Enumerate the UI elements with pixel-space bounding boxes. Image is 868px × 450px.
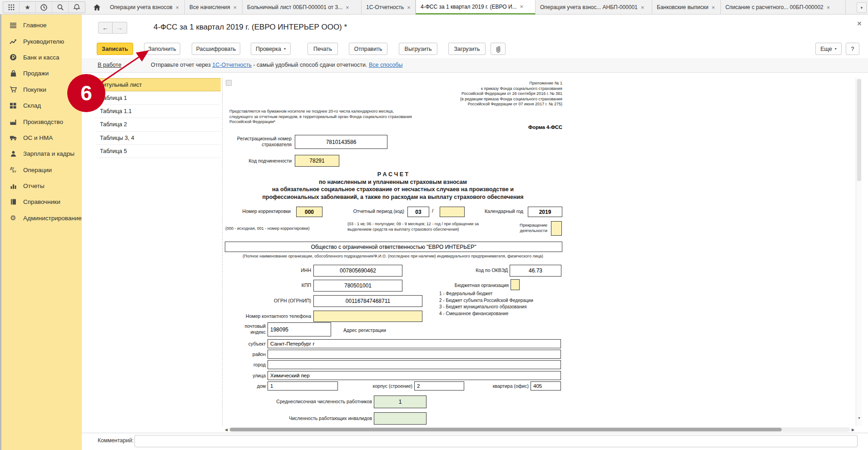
sidebar-item-administration[interactable]: ⚙ Администрирование	[1, 210, 82, 226]
apps-menu-icon[interactable]	[3, 2, 20, 13]
phone-label: Номер контактного телефона	[227, 313, 311, 319]
apartment-field[interactable]: 405	[531, 381, 561, 391]
budget-org-checkbox[interactable]	[511, 279, 520, 290]
section-table-1[interactable]: Таблица 1	[95, 91, 221, 104]
scroll-down-icon[interactable]: ▼	[856, 416, 862, 420]
section-tables-3-4[interactable]: Таблицы 3, 4	[95, 132, 221, 145]
save-button[interactable]: Записать	[97, 43, 133, 55]
history-icon[interactable]	[36, 2, 52, 13]
year-field[interactable]: 2019	[528, 207, 562, 217]
warehouse-icon	[9, 102, 18, 109]
termination-checkbox[interactable]	[551, 221, 562, 236]
budget-options: 1 - Федеральный бюджет 2 - Бюджет субъек…	[439, 291, 533, 317]
tab-all-accruals[interactable]: Все начисления×	[185, 0, 243, 15]
tab-bank-statements[interactable]: Банковские выписки×	[652, 0, 721, 15]
tab-close-icon[interactable]: ×	[520, 4, 524, 10]
fill-button[interactable]: Заполнить	[144, 43, 180, 55]
sidebar-item-purchases[interactable]: Покупки	[1, 82, 82, 98]
forward-arrow-icon[interactable]: →	[113, 22, 127, 34]
tab-close-icon[interactable]: ×	[641, 5, 645, 10]
org-name-field[interactable]: Общество с ограниченной ответственностью…	[225, 242, 562, 252]
building-field[interactable]: 2	[414, 381, 464, 391]
comment-input[interactable]	[134, 435, 858, 447]
attachment-paperclip-icon[interactable]	[491, 43, 506, 55]
export-button[interactable]: Выгрузить	[399, 43, 437, 55]
subject-field[interactable]: Санкт-Петербург г	[268, 339, 561, 348]
kpp-field[interactable]: 780501001	[313, 280, 402, 292]
sidebar-item-main[interactable]: Главное	[1, 17, 82, 33]
section-table-1-1[interactable]: Таблица 1.1	[95, 105, 221, 118]
sidebar-item-fixed-assets[interactable]: ОС и НМА	[1, 130, 82, 146]
scroll-right-icon[interactable]: ▶	[850, 428, 856, 432]
back-arrow-icon[interactable]: ←	[98, 22, 113, 34]
status-link[interactable]: В работе	[98, 62, 121, 68]
period-extra-field[interactable]	[440, 207, 465, 217]
tab-close-icon[interactable]: ×	[827, 5, 830, 10]
decrypt-button[interactable]: Расшифровать	[192, 43, 240, 55]
district-field[interactable]	[268, 350, 561, 359]
send-button[interactable]: Отправить	[349, 43, 387, 55]
apartment-label: квартира (офис)	[481, 383, 529, 389]
sidebar-item-bank-cash[interactable]: Банк и касса	[1, 49, 82, 65]
scroll-left-icon[interactable]: ◀	[223, 428, 229, 432]
legal-header: Приложение № 1 к приказу Фонда социально…	[364, 81, 562, 107]
city-field[interactable]	[268, 360, 561, 369]
sidebar-item-production[interactable]: Производство	[1, 114, 82, 129]
tab-close-icon[interactable]: ×	[346, 5, 349, 10]
subordination-field[interactable]: 78291	[295, 155, 339, 167]
close-icon[interactable]: ✕	[857, 20, 862, 27]
all-ways-link[interactable]: Все способы	[369, 62, 402, 68]
tab-debit-write-off[interactable]: Списание с расчетного... 00БП-000002×	[721, 0, 846, 15]
home-icon[interactable]	[90, 1, 104, 13]
sidebar-item-salary-hr[interactable]: Зарплата и кадры	[1, 146, 82, 162]
vertical-scrollbar-thumb[interactable]	[857, 79, 861, 181]
tab-sick-leave[interactable]: Больничный лист 00БП-000001 от 3...×	[243, 0, 362, 15]
postcode-field[interactable]: 198095	[268, 322, 331, 336]
street-field[interactable]: Химический пер	[268, 371, 561, 380]
import-button[interactable]: Загрузить	[448, 43, 486, 55]
section-title-page[interactable]: Титульный лист	[95, 78, 221, 91]
panel-splitter[interactable]	[222, 78, 223, 426]
section-table-5[interactable]: Таблица 5	[95, 145, 221, 158]
horizontal-scrollbar-thumb[interactable]	[230, 428, 782, 431]
sidebar-item-warehouse[interactable]: Склад	[1, 98, 82, 114]
help-button[interactable]: ?	[846, 43, 859, 55]
house-field[interactable]: 1	[268, 381, 338, 391]
tab-contribution-operation[interactable]: Операция учета взнос... АНБП-000001×	[536, 0, 652, 15]
tab-operations-accounting[interactable]: Операции учета взносов×	[105, 0, 185, 15]
section-table-2[interactable]: Таблица 2	[95, 118, 221, 131]
horizontal-scrollbar-track[interactable]	[229, 427, 850, 432]
tab-4fss-active[interactable]: 4-ФСС за 1 квартал 2019 г. (ЕВРО И...×	[416, 0, 536, 15]
sidebar-item-operations[interactable]: ДтКт Операции	[1, 162, 82, 178]
ogrn-field[interactable]: 001167847468711	[313, 295, 422, 307]
tab-close-icon[interactable]: ×	[407, 5, 411, 10]
disabled-count-field[interactable]	[374, 412, 427, 425]
tab-1c-reporting[interactable]: 1С-Отчетность×	[362, 0, 416, 15]
print-button[interactable]: Печать	[308, 43, 338, 55]
sidebar-item-manager[interactable]: Руководителю	[1, 33, 82, 49]
okved-field[interactable]: 46.73	[510, 265, 561, 277]
reg-number-field[interactable]: 7810143586	[295, 135, 387, 149]
more-button[interactable]: Еще▾	[815, 43, 842, 55]
sidebar-item-sales[interactable]: Продажи	[1, 65, 82, 81]
favorites-star-icon[interactable]: ★	[20, 2, 36, 13]
tab-close-icon[interactable]: ×	[176, 5, 179, 10]
inn-field[interactable]: 007805690462	[313, 265, 402, 277]
search-icon[interactable]	[52, 2, 69, 13]
notifications-bell-icon[interactable]	[69, 2, 85, 13]
phone-field[interactable]	[313, 311, 422, 322]
vertical-scrollbar[interactable]: ▼	[856, 78, 862, 426]
horizontal-scrollbar[interactable]: ◀ ▶	[223, 426, 856, 433]
check-button[interactable]: Проверка▾	[251, 43, 291, 55]
1c-reporting-link[interactable]: 1С-Отчетность	[212, 62, 252, 68]
sidebar-item-directories[interactable]: Справочники	[1, 194, 82, 210]
tab-close-icon[interactable]: ×	[712, 5, 715, 10]
tab-bar: ★ Операции учета взносов× Все начисления…	[0, 0, 868, 15]
tabs-overflow-icon[interactable]: ▾	[857, 2, 867, 13]
headcount-field[interactable]: 1	[374, 396, 427, 408]
ogrn-label: ОГРН (ОГРНИП)	[261, 298, 311, 304]
period-field[interactable]: 03	[407, 207, 429, 217]
tab-close-icon[interactable]: ×	[233, 5, 237, 10]
sidebar-item-reports[interactable]: Отчеты	[1, 178, 82, 194]
title-page-form: Приложение № 1 к приказу Фонда социально…	[223, 78, 856, 426]
